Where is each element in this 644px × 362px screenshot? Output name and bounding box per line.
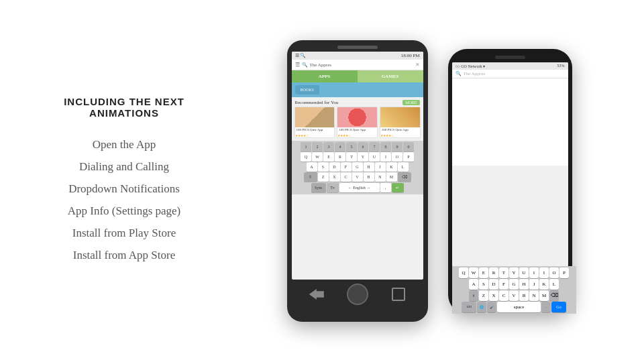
key-p[interactable]: P [403,152,414,162]
list-item: Dropdown Notifications [68,178,181,200]
key-7[interactable]: 7 [369,142,380,152]
key-d[interactable]: D [329,162,340,172]
android-status-time: 18:00 PM [401,53,420,58]
key-3[interactable]: 3 [323,142,334,152]
key-4[interactable]: 4 [335,142,345,152]
key-1[interactable]: 1 [301,142,311,152]
key-i[interactable]: I [380,152,391,162]
app-image-1 [295,107,335,127]
key-a[interactable]: A [307,162,317,172]
key-u[interactable]: U [369,152,380,162]
ios-screen: ○○ GO Network ▾ 53% 🔍 The Appres Q W E R… [452,62,568,267]
key-v[interactable]: V [352,172,363,182]
back-button[interactable] [309,289,324,300]
android-status-icons: ☰ 🔍 [295,53,307,58]
ios-search-bar[interactable]: 🔍 The Appres [452,70,568,78]
close-icon[interactable]: ✕ [415,62,420,68]
key-5[interactable]: 5 [346,142,357,152]
key-k[interactable]: K [386,162,397,172]
key-l[interactable]: L [398,162,409,172]
key-w[interactable]: W [312,152,323,162]
key-6[interactable]: 6 [358,142,368,152]
rec-label: Recommended for You [295,100,339,105]
ios-search-text: The Appres [464,71,565,76]
left-panel: INCLUDING THE NEXT ANIMATIONS Open the A… [0,69,228,294]
tab-games[interactable]: GAMES [358,70,423,82]
app-card[interactable]: 100 PICS Quiz App ★★★★☆ [337,107,378,138]
phones-section: ☰ 🔍 18:00 PM ☰ 🔍 The Appres ✕ APPS GAMES… [228,40,644,322]
num-row: 1 2 3 4 5 6 7 8 9 0 [293,142,422,152]
app-stars-3: ★★★★☆ [380,133,420,137]
android-screen: ☰ 🔍 18:00 PM ☰ 🔍 The Appres ✕ APPS GAMES… [292,52,423,280]
delete-key[interactable]: ⌫ [398,172,411,182]
space-key[interactable]: ← English → [339,183,380,192]
key-8[interactable]: 8 [380,142,391,152]
list-item: Install from Play Store [68,222,181,244]
app-image-3 [380,107,420,127]
list-item: Dialing and Calling [68,156,181,178]
tab-apps[interactable]: APPS [292,70,358,82]
key-q[interactable]: Q [301,152,311,162]
ios-search-icon: 🔍 [455,71,462,76]
key-2[interactable]: 2 [312,142,323,152]
key-b[interactable]: B [364,172,374,182]
app-image-2 [337,107,377,127]
key-c[interactable]: C [341,172,352,182]
app-stars-1: ★★★★☆ [295,133,335,137]
key-j[interactable]: J [375,162,386,172]
app-card[interactable]: 100 PICS Quiz App ★★★★☆ [294,107,335,138]
asdf-row: A S D F G H J K L [293,162,422,172]
sym-key[interactable]: Sym [311,183,326,192]
key-h[interactable]: H [364,162,374,172]
books-icon-item[interactable]: BOOKS [295,85,319,95]
key-r[interactable]: R [335,152,345,162]
key-g[interactable]: G [352,162,363,172]
app-label-2: 100 PICS Quiz App [337,127,377,133]
list-item: Install from App Store [68,244,181,266]
key-9[interactable]: 9 [392,142,402,152]
key-x[interactable]: X [329,172,340,182]
app-label-3: 100 PICS Quiz App [380,127,420,133]
key-y[interactable]: Y [358,152,368,162]
rec-more-btn[interactable]: MORE [402,100,419,105]
app-card[interactable]: 100 PICS Quiz App ★★★★☆ [380,107,421,138]
menu-icon: ☰ [295,62,300,68]
home-button[interactable] [347,284,368,305]
ios-phone: ○○ GO Network ▾ 53% 🔍 The Appres Q W E R… [448,49,572,314]
ios-keyboard: Q W E R T Y U I I O P A S D F G [452,266,568,267]
android-tabs: APPS GAMES [292,70,423,82]
android-icon-row: BOOKS [292,82,423,97]
android-search-bar[interactable]: ☰ 🔍 The Appres ✕ [292,60,423,70]
list-item: Open the App [68,133,181,156]
enter-key[interactable]: ↵ [392,183,404,192]
android-speaker [337,46,378,49]
ios-network: ○○ GO Network ▾ [455,64,485,68]
key-m[interactable]: M [386,172,397,182]
shift-key[interactable]: ⇧ [304,172,317,182]
ios-earpiece [495,56,525,59]
app-label-1: 100 PICS Quiz App [295,127,335,133]
key-z[interactable]: Z [318,172,329,182]
list-item: App Info (Settings page) [68,200,181,222]
recommended-section: Recommended for You MORE [292,97,423,107]
key-s[interactable]: S [318,162,329,172]
lang-key[interactable]: Tv [327,183,339,192]
android-phone: ☰ 🔍 18:00 PM ☰ 🔍 The Appres ✕ APPS GAMES… [287,40,428,322]
android-bottom-bar [291,280,424,306]
comma-key[interactable]: , [380,183,391,192]
android-status-bar: ☰ 🔍 18:00 PM [292,52,423,60]
android-bottom-row: Sym Tv ← English → , ↵ [293,182,422,193]
key-o[interactable]: O [392,152,402,162]
section-title: INCLUDING THE NEXT ANIMATIONS [40,96,208,119]
key-e[interactable]: E [323,152,334,162]
app-stars-2: ★★★★☆ [337,133,377,137]
android-apps-grid: 100 PICS Quiz App ★★★★☆ 100 PICS Quiz Ap… [292,107,423,141]
recents-button[interactable] [392,288,405,301]
key-f[interactable]: F [341,162,352,172]
ios-battery: 53% [557,64,565,68]
android-keyboard: 1 2 3 4 5 6 7 8 9 0 Q W E R T Y [292,141,423,194]
key-0[interactable]: 0 [403,142,414,152]
animation-list: Open the App Dialing and Calling Dropdow… [68,133,181,267]
key-t[interactable]: T [346,152,357,162]
key-n[interactable]: N [375,172,386,182]
